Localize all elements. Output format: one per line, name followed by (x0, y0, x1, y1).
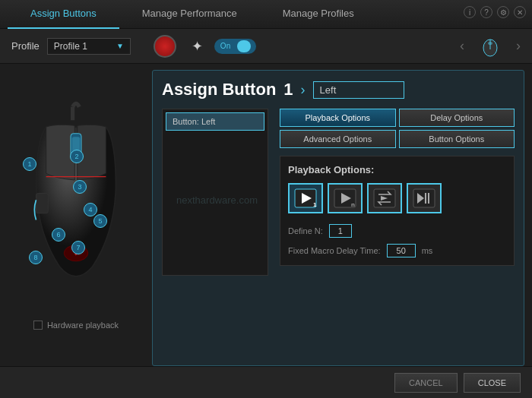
on-off-toggle[interactable]: On (214, 39, 256, 54)
playback-options-btn[interactable]: Playback Options (280, 109, 396, 127)
assign-arrow-icon: › (301, 82, 306, 98)
top-nav: Assign Buttons Manage Performance Manage… (0, 0, 532, 29)
left-panel: ✦ 1 2 3 4 5 6 7 8 Hardware playback (0, 64, 152, 366)
window-controls: i ? ⚙ ✕ (464, 6, 526, 18)
chevron-down-icon: ▼ (116, 42, 124, 50)
mouse-btn-1[interactable]: 1 (23, 157, 36, 171)
mouse-btn-5[interactable]: 5 (93, 214, 107, 228)
record-button[interactable] (154, 35, 176, 58)
assign-title: Assign Button (162, 80, 276, 100)
settings-icon[interactable]: ⚙ (497, 6, 509, 18)
toggle-icon (412, 187, 436, 210)
button-list: Button: Left (162, 109, 268, 276)
close-button[interactable]: CLOSE (464, 373, 521, 393)
button-list-container: Button: Left nexthardware.com (162, 109, 272, 291)
list-item[interactable]: Button: Left (166, 112, 264, 131)
profile-label: Profile (11, 40, 40, 52)
svg-point-2 (488, 42, 492, 45)
nav-arrows: ‹ › (460, 36, 521, 57)
profile-dropdown[interactable]: Profile 1 ▼ (47, 38, 131, 55)
mouse-image: ✦ (15, 100, 137, 313)
ms-label: ms (422, 246, 433, 255)
mouse-btn-7[interactable]: 7 (71, 241, 85, 254)
cancel-button[interactable]: CANCEL (394, 373, 458, 393)
advanced-options-btn[interactable]: Advanced Options (280, 130, 396, 148)
tab-assign-buttons[interactable]: Assign Buttons (8, 0, 119, 29)
button-name-input[interactable] (313, 81, 404, 99)
top-bar: Assign Buttons Manage Performance Manage… (0, 0, 532, 29)
mouse-diagram: ✦ 1 2 3 4 5 6 7 8 (15, 100, 137, 313)
info-icon[interactable]: i (464, 6, 476, 18)
fixed-delay-row: Fixed Macro Delay Time: ms (288, 244, 506, 257)
options-button-grid: Playback Options Delay Options Advanced … (280, 109, 515, 148)
mouse-btn-6[interactable]: 6 (52, 228, 65, 242)
next-arrow[interactable]: › (516, 38, 521, 54)
assign-header: Assign Button 1 › (162, 80, 515, 100)
help-icon[interactable]: ? (480, 6, 492, 18)
svg-text:1: 1 (313, 201, 317, 208)
repeat-icon (372, 187, 397, 210)
play-n-btn[interactable]: n (328, 183, 363, 213)
svg-text:n: n (351, 201, 355, 208)
mouse-btn-2[interactable]: 2 (70, 150, 84, 163)
hardware-playback-label: Hardware playback (47, 321, 119, 330)
bottom-bar: CANCEL CLOSE (0, 366, 532, 398)
define-n-label: Define N: (288, 226, 323, 235)
repeat-while-held-btn[interactable] (367, 183, 402, 213)
profile-bar: Profile Profile 1 ▼ ✦ On ‹ › (0, 29, 532, 64)
define-n-row: Define N: (288, 224, 506, 238)
playback-options-box: Playback Options: 1 (280, 156, 515, 266)
play-once-btn[interactable]: 1 (288, 183, 323, 213)
toggle-knob (237, 40, 251, 52)
content-area: Button: Left nexthardware.com Playback O… (162, 109, 515, 291)
toggle-btn[interactable] (407, 183, 442, 213)
prev-arrow[interactable]: ‹ (460, 38, 464, 54)
fixed-delay-input[interactable] (387, 244, 416, 257)
mouse-thumbnail (480, 36, 501, 57)
fixed-delay-label: Fixed Macro Delay Time: (288, 246, 381, 255)
assign-button-number: 1 (283, 80, 293, 100)
playback-options-title: Playback Options: (288, 164, 506, 175)
mouse-btn-3[interactable]: 3 (73, 180, 87, 194)
mouse-btn-8[interactable]: 8 (29, 251, 43, 264)
assign-panel: Assign Button 1 › Button: Left nexthardw… (152, 70, 524, 366)
tab-manage-profiles[interactable]: Manage Profiles (260, 0, 377, 29)
hardware-playback-row: Hardware playback (33, 321, 119, 330)
delay-options-btn[interactable]: Delay Options (399, 109, 515, 127)
mouse-btn-4[interactable]: 4 (84, 203, 97, 216)
define-n-input[interactable] (329, 224, 352, 238)
close-window-icon[interactable]: ✕ (514, 6, 526, 18)
play-once-icon: 1 (293, 187, 318, 210)
hardware-playback-checkbox[interactable] (33, 321, 43, 330)
play-n-icon: n (333, 187, 357, 210)
tab-manage-performance[interactable]: Manage Performance (119, 0, 260, 29)
svg-rect-5 (36, 194, 49, 213)
button-options-btn[interactable]: Button Options (399, 130, 515, 148)
playback-icon-row: 1 n (288, 183, 506, 213)
options-panel: Playback Options Delay Options Advanced … (280, 109, 515, 291)
main-area: ✦ 1 2 3 4 5 6 7 8 Hardware playback Assi… (0, 64, 532, 366)
toggle-area: On (214, 39, 256, 54)
brightness-icon: ✦ (192, 38, 203, 55)
